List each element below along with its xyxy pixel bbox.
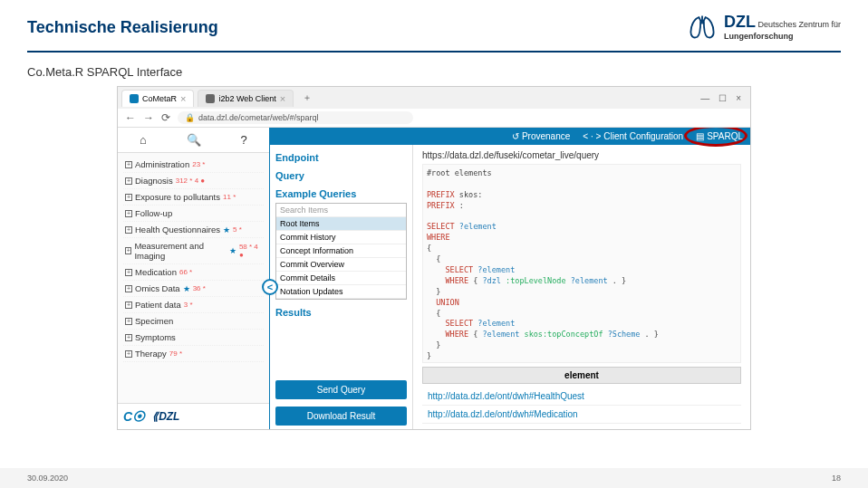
browser-window: CoMetaR × i2b2 Web Client × ＋ — ☐ × ← → … xyxy=(117,86,751,430)
tree-item[interactable]: +Exposure to pollutants 11 * xyxy=(123,189,264,206)
close-icon[interactable]: × xyxy=(180,93,186,104)
query-label: Query xyxy=(275,170,407,181)
tree-item[interactable]: +Specimen xyxy=(123,313,264,330)
dzl-logo: DZL Deutsches Zentrum für Lungenforschun… xyxy=(686,11,841,43)
tree-item[interactable]: +Medication 66 * xyxy=(123,264,264,281)
new-tab-button[interactable]: ＋ xyxy=(297,91,317,104)
help-icon[interactable]: ? xyxy=(218,128,269,152)
tree-item[interactable]: +Diagnosis 312 * 4 ● xyxy=(123,173,264,189)
maximize-icon[interactable]: ☐ xyxy=(719,93,727,103)
download-result-button[interactable]: Download Result xyxy=(275,407,407,426)
nav-config[interactable]: < · >Client Configuration xyxy=(583,131,683,141)
examples-label: Example Queries xyxy=(275,188,407,199)
browser-tab-active[interactable]: CoMetaR × xyxy=(121,90,194,107)
sidebar: ⌂ 🔍 ? +Administration 23 *+Diagnosis 312… xyxy=(118,128,270,429)
example-query-item[interactable]: Concept Information xyxy=(276,244,406,258)
dzl-mini-logo: ⟪DZL xyxy=(152,410,179,423)
slide-title: Technische Realisierung xyxy=(27,18,218,37)
close-window-icon[interactable]: × xyxy=(736,93,741,103)
example-query-item[interactable]: Commit History xyxy=(276,231,406,244)
endpoint-label: Endpoint xyxy=(275,152,407,163)
reload-icon[interactable]: ⟳ xyxy=(161,111,170,124)
query-editor[interactable]: #root elements PREFIX skos: PREFIX : SEL… xyxy=(422,164,741,363)
home-icon[interactable]: ⌂ xyxy=(118,128,169,152)
example-query-item[interactable]: Root Items xyxy=(276,217,406,231)
back-icon[interactable]: ← xyxy=(125,111,136,124)
concept-tree: +Administration 23 *+Diagnosis 312 * 4 ●… xyxy=(118,153,269,403)
lock-icon: 🔒 xyxy=(185,113,195,122)
config-icon: < · > xyxy=(583,131,601,141)
top-nav: ↺Provenance < · >Client Configuration ▤S… xyxy=(270,128,750,145)
cometar-logo: C⦿ xyxy=(123,409,145,424)
tree-item[interactable]: +Omics Data ★36 * xyxy=(123,281,264,297)
results-label: Results xyxy=(275,307,407,318)
browser-tab[interactable]: i2b2 Web Client × xyxy=(198,90,294,107)
forward-icon[interactable]: → xyxy=(143,111,154,124)
tree-item[interactable]: +Patient data 3 * xyxy=(123,297,264,313)
example-queries-list: Search Items Root ItemsCommit HistoryCon… xyxy=(275,203,407,300)
send-query-button[interactable]: Send Query xyxy=(275,380,407,399)
minimize-icon[interactable]: — xyxy=(700,93,709,103)
slide-date: 30.09.2020 xyxy=(27,474,68,483)
result-row[interactable]: http://data.dzl.de/ont/dwh#Medication xyxy=(422,406,741,424)
search-icon[interactable]: 🔍 xyxy=(169,128,219,152)
provenance-icon: ↺ xyxy=(512,131,519,141)
example-query-item[interactable]: Notation Updates xyxy=(276,285,406,299)
annotation-circle xyxy=(684,128,747,147)
example-search-input[interactable]: Search Items xyxy=(276,204,406,217)
tree-item[interactable]: +Follow-up xyxy=(123,206,264,222)
slide-subtitle: Co.Meta.R SPARQL Interface xyxy=(0,53,868,86)
tree-item[interactable]: +Administration 23 * xyxy=(123,157,264,173)
tree-item[interactable]: +Health Questionnaires ★5 * xyxy=(123,222,264,238)
endpoint-url: https://data.dzl.de/fuseki/cometar_live/… xyxy=(422,150,741,160)
tree-item[interactable]: +Measurement and Imaging ★58 * 4 ● xyxy=(123,238,264,264)
nav-provenance[interactable]: ↺Provenance xyxy=(512,131,570,141)
address-bar[interactable]: 🔒 data.dzl.de/cometar/web/#/sparql xyxy=(178,111,413,124)
close-icon[interactable]: × xyxy=(280,93,285,104)
slide-page-number: 18 xyxy=(832,474,841,483)
collapse-sidebar-button[interactable]: < xyxy=(262,279,278,295)
results-column-header: element xyxy=(422,367,741,384)
example-query-item[interactable]: Commit Details xyxy=(276,272,406,285)
example-query-item[interactable]: Commit Overview xyxy=(276,258,406,272)
result-row[interactable]: http://data.dzl.de/ont/dwh#HealthQuest xyxy=(422,388,741,406)
tree-item[interactable]: +Symptoms xyxy=(123,330,264,346)
tree-item[interactable]: +Therapy 79 * xyxy=(123,346,264,362)
